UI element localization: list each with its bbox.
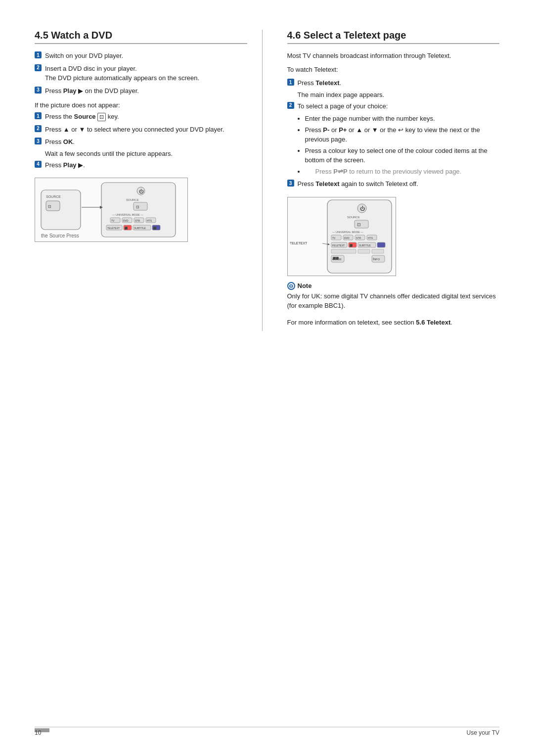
substep-number-2: 2 bbox=[35, 125, 42, 132]
svg-text:— UNIVERSAL MODE —: — UNIVERSAL MODE — bbox=[112, 213, 144, 216]
dvd-diagram-svg: SOURCE ⊡ ⏻ SOURCE ⊡ — UNIVERSAL MODE — bbox=[37, 180, 185, 239]
note-block: ⊖ Note Only for UK: some digital TV chan… bbox=[287, 282, 500, 311]
svg-text:SOURCE: SOURCE bbox=[347, 216, 360, 219]
svg-text:TELETEXT: TELETEXT bbox=[107, 227, 120, 230]
svg-text:SOURCE: SOURCE bbox=[46, 195, 61, 198]
right-step-1: 1 Press Teletext. bbox=[287, 78, 500, 88]
svg-text:⊡: ⊡ bbox=[357, 222, 361, 227]
right-intro: Most TV channels broadcast information t… bbox=[287, 51, 500, 61]
substep-number-1: 1 bbox=[35, 112, 42, 119]
right-step-text-2: To select a page of your choice: bbox=[298, 101, 388, 111]
step-number-3: 3 bbox=[35, 87, 42, 94]
step-number-1: 1 bbox=[35, 51, 42, 58]
svg-text:⬛: ⬛ bbox=[125, 227, 128, 230]
substep-3-ok: 3 Press OK. bbox=[35, 137, 247, 147]
step-text-2: Insert a DVD disc in your player. The DV… bbox=[45, 64, 199, 83]
step-2-insert: 2 Insert a DVD disc in your player. The … bbox=[35, 64, 247, 83]
footer-line bbox=[35, 727, 499, 727]
right-step-number-1: 1 bbox=[287, 79, 294, 86]
substep-1-source: 1 Press the Source ⊡ key. bbox=[35, 112, 247, 122]
step-number-2: 2 bbox=[35, 64, 42, 71]
to-watch-label: To watch Teletext: bbox=[287, 65, 500, 75]
substep-text-2: Press ▲ or ▼ to select where you connect… bbox=[45, 125, 224, 135]
svg-text:⬛⬛: ⬛⬛ bbox=[333, 257, 339, 260]
step-text-1: Switch on your DVD player. bbox=[45, 51, 123, 61]
svg-text:SOURCE: SOURCE bbox=[126, 198, 139, 201]
left-column: 4.5 Watch a DVD 1 Switch on your DVD pla… bbox=[35, 30, 263, 331]
footer-section-title: Use your TV bbox=[467, 729, 499, 736]
step-text-3: Press Play ▶ on the DVD player. bbox=[45, 86, 139, 96]
svg-text:⬛: ⬛ bbox=[153, 227, 157, 230]
if-not-appear-label: If the picture does not appear: bbox=[35, 101, 247, 109]
note-icon: ⊖ bbox=[287, 282, 295, 290]
two-column-layout: 4.5 Watch a DVD 1 Switch on your DVD pla… bbox=[35, 30, 499, 331]
step-3-play: 3 Press Play ▶ on the DVD player. bbox=[35, 86, 247, 96]
substep-text-1: Press the Source ⊡ key. bbox=[45, 112, 119, 122]
svg-text:⊡: ⊡ bbox=[136, 205, 139, 209]
step-1-switch-on: 1 Switch on your DVD player. bbox=[35, 51, 247, 61]
svg-text:— UNIVERSAL MODE —: — UNIVERSAL MODE — bbox=[332, 231, 364, 234]
page-selection-bullets: Enter the page number with the number ke… bbox=[305, 114, 500, 176]
note-title: ⊖ Note bbox=[287, 282, 500, 290]
bullet-enter-number: Enter the page number with the number ke… bbox=[305, 114, 500, 124]
right-step-number-2: 2 bbox=[287, 102, 294, 109]
note-text: Only for UK: some digital TV channels of… bbox=[287, 291, 500, 311]
substep-text-3: Press OK. bbox=[45, 137, 75, 147]
right-step-text-3: Press Teletext again to switch Teletext … bbox=[298, 179, 418, 189]
section-heading-4-6: 4.6 Select a Teletext page bbox=[287, 30, 500, 44]
source-key-icon: ⊡ bbox=[97, 113, 106, 121]
svg-text:INFO: INFO bbox=[373, 258, 380, 261]
bullet-prev-page-text: Press P⇌P to return to the previously vi… bbox=[315, 168, 462, 175]
bullet-prev-page: Press P⇌P to return to the previously vi… bbox=[305, 167, 500, 177]
right-step-3: 3 Press Teletext again to switch Teletex… bbox=[287, 179, 500, 189]
svg-text:DVD: DVD bbox=[344, 236, 350, 239]
svg-text:SUBTITLE: SUBTITLE bbox=[134, 227, 146, 230]
svg-text:STB: STB bbox=[135, 219, 140, 222]
wait-note: Wait a few seconds until the picture app… bbox=[45, 150, 247, 157]
svg-text:FELETEXT: FELETEXT bbox=[332, 244, 345, 247]
svg-text:⏻: ⏻ bbox=[360, 206, 365, 211]
svg-text:SUBTITLE: SUBTITLE bbox=[359, 244, 371, 247]
source-press-label: the Source Press bbox=[41, 233, 79, 238]
svg-rect-51 bbox=[358, 249, 370, 253]
page: 4.5 Watch a DVD 1 Switch on your DVD pla… bbox=[0, 0, 534, 756]
svg-text:⬛: ⬛ bbox=[350, 244, 353, 247]
svg-text:HTS: HTS bbox=[368, 236, 373, 239]
dvd-remote-diagram: SOURCE ⊡ ⏻ SOURCE ⊡ — UNIVERSAL MODE — bbox=[35, 178, 188, 242]
bullet-press-p: Press P- or P+ or ▲ or ▼ or the ↩ key to… bbox=[305, 125, 500, 144]
svg-text:⊡: ⊡ bbox=[48, 204, 51, 209]
bullet-colour-key: Press a colour key to select one of the … bbox=[305, 146, 500, 165]
svg-text:⏻: ⏻ bbox=[139, 189, 144, 194]
svg-rect-50 bbox=[331, 249, 356, 253]
right-step-text-1: Press Teletext. bbox=[298, 78, 342, 88]
svg-text:TV: TV bbox=[332, 236, 336, 239]
svg-text:DVD: DVD bbox=[123, 219, 129, 222]
svg-text:TELETEXT: TELETEXT bbox=[290, 241, 308, 245]
svg-text:TV: TV bbox=[111, 219, 115, 222]
page-number: 10 bbox=[35, 729, 41, 736]
section-heading-4-5: 4.5 Watch a DVD bbox=[35, 30, 247, 44]
substep-4-play: 4 Press Play ▶. bbox=[35, 160, 247, 170]
right-column: 4.6 Select a Teletext page Most TV chann… bbox=[282, 30, 500, 331]
teletext-diagram-svg: ⏻ SOURCE ⊡ — UNIVERSAL MODE — TV DVD STB bbox=[288, 197, 396, 276]
substep-2-arrows: 2 Press ▲ or ▼ to select where you conne… bbox=[35, 125, 247, 135]
more-info-text: For more information on teletext, see se… bbox=[287, 318, 500, 328]
svg-text:STB: STB bbox=[356, 236, 361, 239]
teletext-remote-diagram: ⏻ SOURCE ⊡ — UNIVERSAL MODE — TV DVD STB bbox=[287, 197, 396, 276]
svg-rect-52 bbox=[372, 249, 384, 253]
svg-text:HTS: HTS bbox=[147, 219, 152, 222]
footer-bar: 10 Use your TV bbox=[35, 729, 499, 736]
substep-number-3: 3 bbox=[35, 138, 42, 144]
right-step-number-3: 3 bbox=[287, 180, 294, 187]
svg-text:ℹ: ℹ bbox=[373, 257, 374, 260]
substep-text-4: Press Play ▶. bbox=[45, 160, 85, 170]
right-step-1-sub: The main index page appears. bbox=[298, 91, 500, 98]
svg-rect-49 bbox=[377, 242, 385, 247]
right-step-2: 2 To select a page of your choice: bbox=[287, 101, 500, 111]
substep-number-4: 4 bbox=[35, 161, 42, 168]
